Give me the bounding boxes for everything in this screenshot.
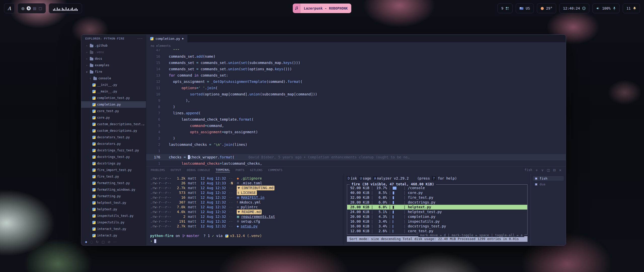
- file-label: .venv: [95, 50, 104, 54]
- panel-tab-debug-console[interactable]: DEBUG CONSOLE: [187, 168, 210, 172]
- config-icon: ⚙: [237, 181, 239, 186]
- tab-completion-py[interactable]: completion.py ●: [146, 35, 188, 42]
- explorer-item-docstrings_fuzz_test.py[interactable]: docstrings_fuzz_test.py: [81, 147, 146, 154]
- weather-widget[interactable]: 29°: [537, 3, 556, 13]
- status-circle-icon[interactable]: ◎: [21, 6, 24, 10]
- dua-row-completion-py[interactable]: 20.00 KiB|4.3%||completion.py: [347, 214, 527, 219]
- code-line: 47 """: [146, 49, 566, 53]
- explorer-item-helptext.py[interactable]: helptext.py: [81, 206, 146, 213]
- file-label: decorators.py: [97, 142, 121, 146]
- markdown-icon: ▼: [238, 210, 240, 214]
- explorer-item-fire_import_test.py[interactable]: fire_import_test.py: [81, 167, 146, 173]
- new-terminal-button[interactable]: +: [535, 168, 538, 172]
- dua-row-inspectutils-py[interactable]: 16.00 KiB|3.4%||inspectutils.py: [347, 219, 527, 224]
- explorer-item-docstrings_test.py[interactable]: docstrings_test.py: [81, 154, 146, 160]
- dua-row-helptext-py[interactable]: 28.00 KiB|6.0%||helptext.py: [347, 205, 527, 210]
- split-terminal-icon[interactable]: ◫: [547, 168, 550, 172]
- explorer-item-.venv[interactable]: ›.venv: [81, 49, 146, 55]
- chevron-right-icon: ›: [89, 77, 92, 80]
- workspace-number: 9: [501, 6, 503, 10]
- explorer-item-decorators.py[interactable]: decorators.py: [81, 141, 146, 147]
- code-editor[interactable]: 47 """16commands_set.add(name)15commands…: [146, 49, 566, 166]
- explorer-item-completion.py[interactable]: completion.py: [81, 101, 146, 108]
- markdown-icon: ▼: [238, 186, 240, 190]
- more-actions-icon[interactable]: ···: [137, 37, 143, 40]
- dua-row--console[interactable]: 92.00 KiB|19.7%||/console: [347, 186, 527, 190]
- n-logo-badge[interactable]: N: [27, 6, 31, 10]
- notes-icon[interactable]: ▢: [38, 6, 42, 10]
- breadcrumb[interactable]: no elements: [146, 42, 566, 49]
- file-listing-row: .rw-r--r--191matt12 Aug 12:32--⚙setup.cf…: [150, 219, 344, 224]
- explorer-item-custom_descriptions.py[interactable]: custom_descriptions.py: [81, 127, 146, 134]
- workspaces-widget[interactable]: 9: [497, 3, 512, 13]
- explorer-item-examples[interactable]: ›examples: [81, 62, 146, 69]
- explorer-item-interact_test.py[interactable]: interact_test.py: [81, 226, 146, 232]
- files-icon[interactable]: ▤: [33, 6, 36, 10]
- terminal-pane-dua[interactable]: Disk Usage Analyzer v2.29.2 (press ? for…: [344, 174, 531, 245]
- explorer-item-formatting_test.py[interactable]: formatting_test.py: [81, 180, 146, 186]
- explorer-item-__main__.py[interactable]: __main__.py: [81, 88, 146, 95]
- volume-widget[interactable]: 100%: [592, 3, 620, 13]
- now-playing-widget[interactable]: Lazerpunk - ROBOPHONK: [293, 4, 351, 13]
- terminal-pane-fish[interactable]: .rw-r--r--1.2kmatt12 Aug 12:32--◆.gitign…: [146, 174, 344, 245]
- explorer-item-docstrings.py[interactable]: docstrings.py: [81, 160, 146, 167]
- clock-widget[interactable]: 12:40:24: [559, 3, 589, 13]
- panel-tab-output[interactable]: OUTPUT: [171, 168, 181, 172]
- clock-time: 12:40:24: [563, 6, 580, 10]
- explorer-item-custom_descriptions_test.py[interactable]: custom_descriptions_test.py: [81, 121, 146, 127]
- file-label: custom_descriptions.py: [97, 129, 137, 132]
- file-name: ◆.gitignore: [237, 176, 262, 181]
- explorer-item-interact.py[interactable]: interact.py: [81, 232, 146, 238]
- close-panel-icon[interactable]: ×: [559, 168, 562, 172]
- status-dot-icon[interactable]: ●: [85, 240, 87, 244]
- explorer-item-completion_test.py[interactable]: completion_test.py: [81, 95, 146, 101]
- dua-row-core-test-py[interactable]: 12.00 KiB|2.6%||core_test.py: [347, 229, 527, 233]
- explorer-item-decorators_test.py[interactable]: decorators_test.py: [81, 134, 146, 141]
- panel-tab-gitlens[interactable]: GITLENS: [250, 168, 263, 172]
- file-label: formatting_test.py: [97, 181, 130, 185]
- panel-tab-comments[interactable]: COMMENTS: [268, 168, 283, 172]
- explorer-item-helptext_test.py[interactable]: helptext_test.py: [81, 199, 146, 206]
- line-number: 47: [146, 49, 160, 53]
- shell-input-line[interactable]: ›: [150, 239, 344, 244]
- dua-row-fire-test-py[interactable]: 32.00 KiB|6.8%||fire_test.py: [347, 195, 527, 200]
- line-number: 3: [146, 135, 160, 142]
- shell-prompt: python-fire on master ? 1 ✓ via v3.12.4 …: [150, 233, 344, 238]
- prompt-char: ›: [150, 239, 152, 244]
- python-file-icon: [92, 149, 96, 152]
- python-file-icon: [92, 188, 96, 191]
- explorer-item-.github[interactable]: ›.github: [81, 42, 146, 49]
- explorer-item-formatting.py[interactable]: formatting.py: [81, 193, 146, 199]
- explorer-item-formatting_windows.py[interactable]: formatting_windows.py: [81, 186, 146, 193]
- panel-tab-ports[interactable]: PORTS: [235, 168, 245, 172]
- dua-status-bar: Sort mode: size descending Total disk us…: [347, 236, 528, 242]
- keyboard-layout-widget[interactable]: US: [516, 3, 534, 13]
- panel-tab-terminal[interactable]: TERMINAL: [216, 168, 230, 172]
- terminal-session-fish[interactable]: ▣fish: [533, 176, 564, 181]
- dua-row-docstrings-py[interactable]: 28.00 KiB|6.0%||docstrings.py: [347, 200, 527, 205]
- explorer-item-core.py[interactable]: core.py: [81, 114, 146, 121]
- explorer-item-docs[interactable]: ›docs: [81, 55, 146, 62]
- explorer-item-fire_test.py[interactable]: fire_test.py: [81, 173, 146, 180]
- dua-row-helptext-test-py[interactable]: 24.00 KiB|5.1%||helptext_test.py: [347, 210, 527, 214]
- explorer-item-inspectutils_test.py[interactable]: inspectutils_test.py: [81, 213, 146, 219]
- file-label: .github: [95, 44, 108, 47]
- dua-box-title: fire (38 visible, 47 total, 468.00 KiB): [350, 182, 436, 186]
- usage-bar: [393, 230, 402, 233]
- profile-dropdown-icon[interactable]: ∨: [541, 168, 544, 172]
- usage-bar: [393, 206, 402, 209]
- terminal-session-dua[interactable]: ▣dua: [533, 182, 564, 187]
- dua-entry-name: completion.py: [408, 214, 435, 219]
- explorer-item-core_test.py[interactable]: core_test.py: [81, 108, 146, 114]
- explorer-item-console[interactable]: ›console: [81, 75, 146, 82]
- explorer-item-__init__.py[interactable]: __init__.py: [81, 82, 146, 88]
- chevron-right-icon: ›: [85, 57, 88, 60]
- kill-terminal-icon[interactable]: ⊟: [553, 168, 556, 172]
- explorer-item-fire[interactable]: ∨fire: [81, 69, 146, 75]
- dua-row-core-py[interactable]: 40.00 KiB|8.5%||core.py: [347, 190, 527, 195]
- explorer-item-inspectutils.py[interactable]: inspectutils.py: [81, 219, 146, 226]
- panel-tab-problems[interactable]: PROBLEMS: [151, 168, 165, 172]
- launcher-button[interactable]: A: [4, 3, 15, 13]
- dua-row-docstrings-test-py[interactable]: 16.00 KiB|3.4%||docstrings_test.py: [347, 224, 527, 229]
- notifications-widget[interactable]: 11: [623, 3, 640, 13]
